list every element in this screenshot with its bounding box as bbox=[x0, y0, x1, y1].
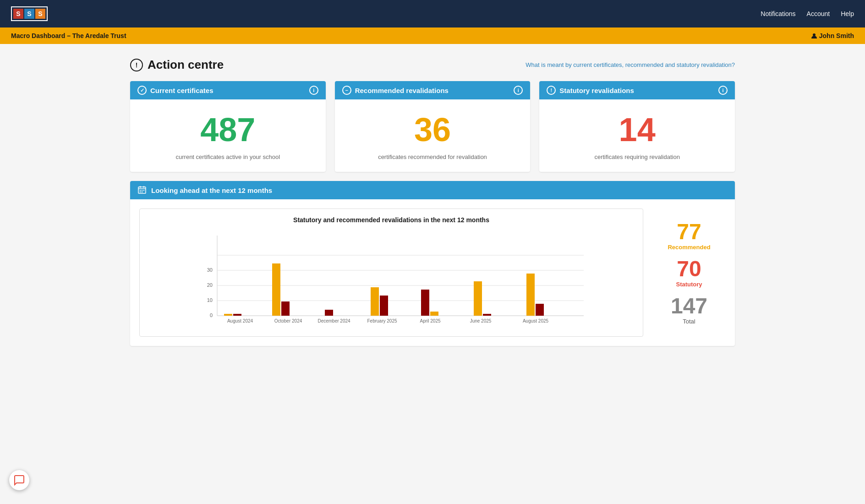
bar-jun25-recommended bbox=[474, 281, 482, 316]
svg-rect-9 bbox=[142, 192, 142, 192]
statutory-label: Statutory bbox=[676, 281, 702, 288]
bar-aug25-recommended bbox=[526, 274, 535, 316]
card-title-current: Current certificates bbox=[150, 87, 214, 94]
card-desc-current: current certificates active in your scho… bbox=[139, 153, 317, 160]
card-header-statutory: ! Statutory revalidations i bbox=[539, 81, 735, 99]
bar-aug24-statutory bbox=[233, 314, 241, 316]
svg-text:0: 0 bbox=[210, 312, 213, 318]
main-content: ! Action centre What is meant by current… bbox=[112, 44, 753, 360]
recommended-stat: 77 Recommended bbox=[668, 221, 710, 251]
breadcrumb-title: Macro Dashboard – The Aredale Trust bbox=[11, 32, 126, 39]
bar-apr25-recommended bbox=[421, 290, 429, 316]
svg-text:August 2025: August 2025 bbox=[523, 318, 549, 323]
card-header-recommended: − Recommended revalidations i bbox=[335, 81, 531, 99]
info-icon-statutory[interactable]: i bbox=[718, 86, 728, 95]
card-body-recommended: 36 certificates recommended for revalida… bbox=[335, 99, 531, 172]
bar-feb25-recommended bbox=[371, 287, 379, 316]
check-icon: ✓ bbox=[137, 86, 147, 95]
looking-ahead-section: Looking ahead at the next 12 months Stat… bbox=[130, 181, 735, 346]
bar-jun25-statutory bbox=[483, 314, 491, 316]
action-centre-icon: ! bbox=[130, 59, 143, 71]
action-centre-title: ! Action centre bbox=[130, 58, 224, 72]
card-body-current: 487 current certificates active in your … bbox=[130, 99, 326, 172]
breadcrumb-bar: Macro Dashboard – The Aredale Trust John… bbox=[0, 27, 865, 44]
info-icon-recommended[interactable]: i bbox=[514, 86, 523, 95]
looking-ahead-header: Looking ahead at the next 12 months bbox=[130, 181, 735, 199]
svg-text:30: 30 bbox=[207, 267, 213, 273]
card-title-recommended: Recommended revalidations bbox=[355, 87, 449, 94]
svg-text:August 2024: August 2024 bbox=[227, 318, 253, 323]
card-header-current: ✓ Current certificates i bbox=[130, 81, 326, 99]
chart-container: 0 10 20 30 August 2024 bbox=[147, 231, 635, 332]
minus-icon: − bbox=[342, 86, 351, 95]
looking-ahead-title: Looking ahead at the next 12 months bbox=[151, 186, 272, 194]
user-badge[interactable]: John Smith bbox=[811, 32, 854, 39]
bar-dec24-statutory bbox=[325, 310, 333, 316]
action-centre-header: ! Action centre What is meant by current… bbox=[130, 58, 735, 72]
user-icon bbox=[811, 33, 817, 39]
card-header-left-statutory: ! Statutory revalidations bbox=[547, 86, 634, 95]
svg-text:October 2024: October 2024 bbox=[274, 318, 302, 323]
svg-rect-7 bbox=[143, 190, 144, 191]
svg-text:June 2025: June 2025 bbox=[470, 318, 492, 323]
exclamation-icon: ! bbox=[547, 86, 556, 95]
card-header-left-recommended: − Recommended revalidations bbox=[342, 86, 449, 95]
user-name: John Smith bbox=[819, 32, 854, 39]
chart-area: Statutory and recommended revalidations … bbox=[139, 208, 643, 337]
cards-row: ✓ Current certificates i 487 current cer… bbox=[130, 81, 735, 172]
card-body-statutory: 14 certificates requiring revalidation bbox=[539, 99, 735, 172]
logo-s2: S bbox=[24, 9, 34, 19]
chat-button[interactable] bbox=[9, 470, 29, 490]
notifications-link[interactable]: Notifications bbox=[761, 10, 795, 17]
card-title-statutory: Statutory revalidations bbox=[559, 87, 634, 94]
logo-s1: S bbox=[13, 9, 23, 19]
recommended-number: 77 bbox=[668, 221, 710, 243]
help-link-action[interactable]: What is meant by current certificates, r… bbox=[526, 61, 735, 68]
chat-icon bbox=[14, 475, 25, 486]
card-header-left-current: ✓ Current certificates bbox=[137, 86, 214, 95]
card-statutory: ! Statutory revalidations i 14 certifica… bbox=[539, 81, 735, 172]
info-icon-current[interactable]: i bbox=[309, 86, 318, 95]
logo: S S S bbox=[11, 6, 48, 21]
svg-text:February 2025: February 2025 bbox=[367, 318, 397, 323]
top-nav: S S S Notifications Account Help bbox=[0, 0, 865, 27]
svg-text:20: 20 bbox=[207, 282, 213, 288]
card-desc-recommended: certificates recommended for revalidatio… bbox=[344, 153, 521, 160]
card-number-recommended: 36 bbox=[344, 113, 521, 146]
bar-apr25-statutory bbox=[430, 312, 438, 316]
svg-text:December 2024: December 2024 bbox=[318, 318, 350, 323]
statutory-number: 70 bbox=[676, 258, 702, 280]
card-current-certificates: ✓ Current certificates i 487 current cer… bbox=[130, 81, 326, 172]
account-link[interactable]: Account bbox=[807, 10, 830, 17]
card-number-statutory: 14 bbox=[548, 113, 726, 146]
svg-rect-5 bbox=[140, 190, 141, 191]
bar-feb25-statutory bbox=[380, 296, 388, 316]
chart-stats: 77 Recommended 70 Statutory 147 Total bbox=[652, 208, 726, 337]
svg-rect-6 bbox=[142, 190, 142, 191]
svg-text:10: 10 bbox=[207, 297, 213, 303]
recommended-label: Recommended bbox=[668, 244, 710, 251]
chart-title: Statutory and recommended revalidations … bbox=[147, 216, 635, 224]
help-link-nav[interactable]: Help bbox=[841, 10, 854, 17]
looking-ahead-body: Statutory and recommended revalidations … bbox=[130, 199, 735, 346]
total-stat: 147 Total bbox=[671, 295, 707, 325]
svg-text:April 2025: April 2025 bbox=[420, 318, 440, 323]
card-recommended: − Recommended revalidations i 36 certifi… bbox=[335, 81, 531, 172]
total-label: Total bbox=[671, 318, 707, 325]
card-desc-statutory: certificates requiring revalidation bbox=[548, 153, 726, 160]
card-number-current: 487 bbox=[139, 113, 317, 146]
svg-rect-8 bbox=[140, 192, 141, 192]
bar-aug24-recommended bbox=[224, 314, 232, 316]
logo-outer: S S S bbox=[11, 6, 48, 21]
nav-links: Notifications Account Help bbox=[761, 10, 854, 17]
total-number: 147 bbox=[671, 295, 707, 317]
bar-oct24-statutory bbox=[281, 301, 290, 316]
action-centre-label: Action centre bbox=[148, 58, 224, 72]
logo-s3: S bbox=[35, 9, 45, 19]
calendar-icon bbox=[137, 186, 147, 195]
bar-chart: 0 10 20 30 August 2024 bbox=[147, 231, 635, 332]
statutory-stat: 70 Statutory bbox=[676, 258, 702, 288]
bar-aug25-statutory bbox=[536, 304, 544, 316]
bar-oct24-recommended bbox=[272, 263, 280, 316]
